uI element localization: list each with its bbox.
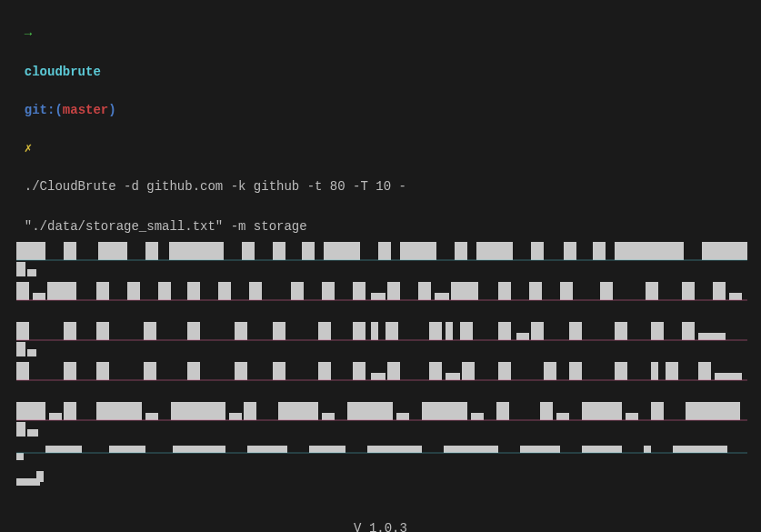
svg-rect-14 [564,242,576,260]
svg-rect-100 [322,413,335,420]
svg-rect-44 [729,293,742,300]
svg-rect-52 [318,322,331,340]
svg-rect-89 [698,362,711,380]
svg-rect-122 [520,446,560,453]
svg-rect-113 [27,429,38,437]
svg-rect-25 [158,282,171,300]
svg-rect-51 [273,322,285,340]
svg-rect-2 [98,242,127,260]
svg-rect-30 [322,282,335,300]
svg-rect-59 [498,322,511,340]
svg-rect-23 [96,282,109,300]
svg-rect-124 [644,446,651,453]
svg-rect-102 [396,413,409,420]
svg-rect-53 [353,322,365,340]
svg-rect-42 [682,282,695,300]
svg-rect-45 [16,322,29,340]
svg-rect-99 [278,402,318,420]
svg-rect-66 [698,333,726,340]
shell-prompt: → cloudbrute git:(master) ✗ ./CloudBrute… [9,5,752,196]
svg-rect-103 [422,402,467,420]
svg-rect-15 [593,242,606,260]
svg-rect-9 [378,242,391,260]
svg-rect-43 [713,282,726,300]
svg-rect-117 [173,446,225,453]
svg-rect-64 [651,322,664,340]
svg-rect-28 [249,282,262,300]
svg-rect-50 [235,322,247,340]
svg-rect-116 [109,446,145,453]
svg-rect-29 [291,282,304,300]
svg-rect-17 [702,242,747,260]
svg-rect-83 [498,362,511,380]
svg-rect-93 [64,402,76,420]
svg-rect-10 [400,242,436,260]
svg-rect-20 [16,282,29,300]
svg-rect-88 [666,362,678,380]
command-text-2: "./data/storage_small.txt" -m storage [25,219,307,234]
svg-rect-127 [36,471,44,482]
svg-rect-27 [218,282,231,300]
svg-rect-98 [244,402,256,420]
svg-rect-118 [247,446,287,453]
svg-rect-46 [64,322,76,340]
svg-rect-37 [498,282,511,300]
svg-rect-76 [318,362,331,380]
svg-rect-26 [187,282,200,300]
svg-rect-5 [242,242,255,260]
svg-rect-0 [16,242,45,260]
svg-rect-7 [302,242,315,260]
svg-rect-1 [64,242,76,260]
version-label: V 1.0.3 [9,519,752,532]
svg-rect-108 [582,402,622,420]
svg-rect-97 [229,413,242,420]
svg-rect-109 [626,413,638,420]
svg-rect-115 [45,446,82,453]
svg-rect-111 [686,402,740,420]
svg-rect-18 [16,262,25,276]
svg-rect-75 [273,362,285,380]
svg-rect-47 [96,322,109,340]
svg-rect-16 [615,242,684,260]
svg-rect-19 [27,269,36,276]
svg-rect-31 [353,282,365,300]
command-text-1: ./CloudBrute -d github.com -k github -t … [25,179,406,194]
svg-rect-85 [569,362,582,380]
svg-rect-65 [682,322,695,340]
svg-rect-82 [462,362,475,380]
svg-rect-81 [446,373,460,380]
svg-rect-92 [49,413,62,420]
git-label: git:( [25,103,63,117]
svg-rect-110 [651,402,664,420]
svg-rect-4 [169,242,224,260]
svg-rect-32 [371,293,386,300]
prompt-arrow: → [25,26,32,41]
svg-rect-91 [16,402,45,420]
svg-rect-87 [651,362,658,380]
svg-rect-119 [309,446,345,453]
svg-rect-120 [367,446,422,453]
svg-rect-3 [145,242,158,260]
svg-rect-96 [171,402,225,420]
svg-rect-55 [386,322,398,340]
svg-rect-77 [353,362,365,380]
prompt-marker: ✗ [25,141,32,156]
svg-rect-67 [16,342,25,356]
svg-rect-35 [435,293,449,300]
svg-rect-63 [615,322,627,340]
svg-rect-101 [347,402,393,420]
svg-rect-125 [673,446,727,453]
svg-rect-74 [235,362,247,380]
svg-rect-106 [540,402,553,420]
svg-rect-41 [646,282,658,300]
svg-rect-34 [418,282,431,300]
svg-rect-69 [16,362,29,380]
svg-rect-61 [531,322,544,340]
svg-rect-121 [444,446,498,453]
svg-rect-54 [371,322,378,340]
svg-rect-71 [96,362,109,380]
svg-rect-84 [544,362,556,380]
svg-rect-73 [187,362,200,380]
svg-rect-12 [476,242,513,260]
svg-rect-114 [16,453,24,460]
